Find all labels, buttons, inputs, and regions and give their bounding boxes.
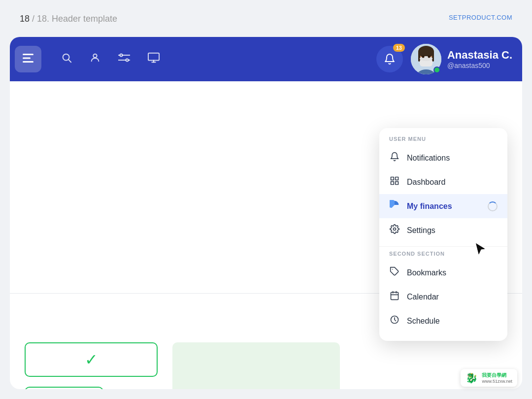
svg-rect-2 [23,61,33,63]
menu-item-calendar[interactable]: Calendar [379,285,507,309]
menu-item-settings[interactable]: Settings [379,218,507,242]
notification-count: 13 [393,44,405,52]
menu-button[interactable] [15,46,41,72]
user-handle: @anastas500 [447,62,512,69]
calendar-label: Calendar [407,293,439,301]
light-green-area [172,342,340,389]
grid-icon [389,176,400,188]
clock-icon [389,315,400,327]
monitor-icon[interactable] [148,52,160,66]
pie-chart-icon [389,200,400,212]
menu-section-2-label: SECOND SECTION [379,251,507,261]
dashboard-label: Dashboard [407,178,445,187]
schedule-label: Schedule [407,317,440,326]
online-indicator [433,66,440,73]
svg-rect-12 [148,53,159,61]
svg-point-22 [422,56,424,58]
svg-rect-18 [418,52,420,62]
svg-line-4 [68,60,71,62]
calendar-icon [389,291,400,303]
notifications-button[interactable]: 13 [376,46,403,72]
bookmarks-label: Bookmarks [407,268,446,277]
profile-icon[interactable] [90,52,100,66]
svg-rect-31 [391,292,399,299]
svg-rect-19 [432,52,434,62]
menu-icon [23,53,33,66]
svg-rect-27 [391,182,394,185]
bell-icon [389,152,400,164]
gear-icon [389,224,400,236]
tag-icon [389,266,400,279]
svg-point-23 [428,56,430,58]
user-dropdown-menu: USER MENU Notifications Dashboa [379,128,507,341]
menu-item-dashboard[interactable]: Dashboard [379,170,507,194]
user-name: Anastasia C. [447,49,512,62]
filter-icon[interactable] [118,52,130,66]
card-1: ✓ [25,342,158,377]
loading-spinner [488,201,498,211]
svg-point-17 [418,46,434,58]
svg-point-29 [394,228,396,231]
svg-rect-26 [396,177,399,180]
menu-item-finances[interactable]: My finances [379,194,507,218]
svg-point-5 [93,54,97,58]
menu-item-schedule[interactable]: Schedule [379,309,507,333]
avatar[interactable] [411,44,441,74]
user-info: Anastasia C. @anastas500 [447,49,512,69]
watermark: 🐉 我要自學網 www.51zxw.net [461,369,517,387]
page-template-label: 18 / 18. Header template [20,14,117,24]
finances-label: My finances [407,202,452,211]
menu-section-1-label: USER MENU [379,136,507,146]
search-icon[interactable] [61,52,72,66]
brand-url: SETPRODUCT.COM [449,14,512,21]
checkmark-1: ✓ [85,350,98,369]
menu-item-notifications[interactable]: Notifications [379,146,507,170]
header-nav: 13 [10,37,522,81]
svg-rect-0 [23,54,33,55]
menu-item-bookmarks[interactable]: Bookmarks [379,261,507,285]
svg-point-21 [420,56,432,61]
svg-rect-25 [391,177,394,180]
card-2: ✓ [25,387,103,389]
svg-rect-1 [23,58,31,59]
svg-rect-28 [396,182,399,185]
notifications-label: Notifications [407,154,450,163]
main-area: 13 [10,37,522,389]
settings-label: Settings [407,226,435,235]
menu-divider [379,246,507,247]
